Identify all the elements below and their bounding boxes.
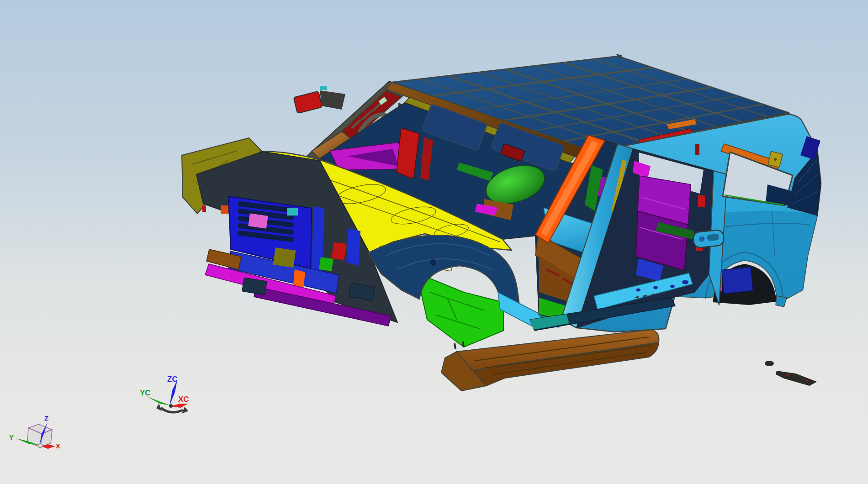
wcs-origin[interactable]: [169, 404, 173, 408]
red-bracket-front: [332, 242, 347, 260]
pink-bracket: [248, 213, 268, 228]
olive-bracket-front: [273, 247, 296, 268]
orange-clip-front: [221, 205, 228, 214]
view-z-label: Z: [44, 414, 48, 422]
fragment-red-dot1: [787, 374, 789, 376]
bracket-hole: [774, 158, 777, 161]
rail-blue-right: [346, 228, 360, 266]
rear-wheelhouse: [721, 267, 753, 294]
fender-hole: [430, 259, 436, 266]
rail-red-clip: [202, 205, 206, 212]
c-pillar-red-clip: [695, 144, 699, 155]
wcs-zc-label: ZC: [167, 375, 178, 384]
view-y-label: Y: [9, 433, 14, 441]
fragment-red-dot2: [806, 380, 808, 382]
cad-viewport[interactable]: ZC YC XC Z Y X: [0, 0, 868, 484]
wcs-xc-label: XC: [178, 395, 189, 404]
view-origin-ball[interactable]: [38, 444, 42, 448]
wcs-yc-label: YC: [140, 389, 151, 397]
door-red-clip1: [698, 195, 705, 207]
fragment-small: [765, 361, 774, 366]
green-bracket-front: [319, 257, 333, 271]
view-x-label: X: [56, 442, 60, 450]
door-handle: [693, 230, 724, 248]
teal-bracket: [287, 208, 298, 216]
teal-clip: [320, 86, 327, 90]
